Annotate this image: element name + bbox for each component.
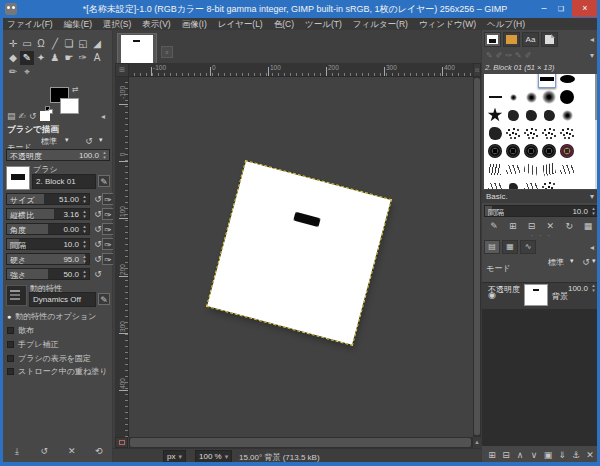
quick-mask-button[interactable] <box>115 437 128 448</box>
channels-tab[interactable]: ▦ <box>502 240 518 254</box>
dynamics-preview[interactable] <box>6 285 27 306</box>
dock-menu-arrow-icon[interactable]: ◂ <box>590 35 594 44</box>
images-tab[interactable] <box>40 111 50 121</box>
edit-brush-button[interactable]: ✎ <box>488 220 500 232</box>
anchor-layer-button[interactable]: ⚓ <box>570 449 582 461</box>
menu-tools[interactable]: ツール(T) <box>305 19 342 30</box>
opacity-slider[interactable]: 不透明度 100.0 ▴▾ <box>6 149 110 161</box>
brush-spacing-slider[interactable]: 間隔 10.0 ▴▾ <box>484 205 599 217</box>
brush-swatch[interactable] <box>486 178 504 189</box>
spin-arrows-icon[interactable]: ▴▾ <box>81 254 88 264</box>
brush-swatch[interactable] <box>504 178 522 189</box>
reset-force-icon[interactable]: ↺ <box>92 268 104 280</box>
tab-menu-button[interactable]: ▫ <box>161 46 173 58</box>
delete-brush-button[interactable]: ✕ <box>544 220 556 232</box>
zoom-tool[interactable]: ⌖ <box>20 65 34 79</box>
spin-arrows-icon[interactable]: ▴▾ <box>81 209 88 219</box>
brush-swatch[interactable] <box>504 88 522 106</box>
spin-arrows-icon[interactable]: ▴▾ <box>101 150 108 160</box>
incremental-checkbox[interactable]: ストローク中の重ね塗り <box>7 366 107 377</box>
close-button[interactable]: × <box>572 0 598 17</box>
brush-swatch[interactable] <box>504 160 522 178</box>
layers-tab[interactable]: ▤ <box>484 240 500 254</box>
brush-grid-scrollbar[interactable] <box>595 74 600 189</box>
restore-preset-button[interactable]: ↺ <box>38 445 50 457</box>
brush-swatch[interactable] <box>540 178 558 189</box>
mode-value[interactable]: 標準 <box>41 136 57 147</box>
spin-arrows-icon[interactable]: ▴▾ <box>81 269 88 279</box>
dock-splitter-handle[interactable]: · · · <box>482 232 600 239</box>
aspect-ratio-slider[interactable]: 縦横比 3.16 ▴▾ <box>6 208 90 220</box>
duplicate-brush-button[interactable]: ⊟ <box>526 220 538 232</box>
canvas-viewport[interactable] <box>129 77 473 437</box>
brush-swatch[interactable] <box>504 142 522 160</box>
merge-down-button[interactable]: ⇓ <box>556 449 568 461</box>
jitter-checkbox[interactable]: 散布 <box>7 325 34 336</box>
layer-name[interactable]: 背景 <box>552 291 568 302</box>
brush-swatch[interactable] <box>558 88 576 106</box>
menu-file[interactable]: ファイル(F) <box>7 19 53 30</box>
horizontal-scrollbar-thumb[interactable] <box>130 438 471 447</box>
dock-menu-arrow-icon[interactable]: ◂ <box>590 243 594 252</box>
spin-arrows-icon[interactable]: ▴▾ <box>81 224 88 234</box>
pencil-tool[interactable]: ✏ <box>6 65 20 79</box>
brush-swatch[interactable] <box>558 106 576 124</box>
edit-dynamics-icon[interactable]: ✎ <box>98 293 110 305</box>
brush-swatch[interactable] <box>558 142 576 160</box>
open-brush-as-image-button[interactable]: ▦ <box>582 220 594 232</box>
shear-tool[interactable]: ◢ <box>90 37 104 51</box>
brush-swatch[interactable] <box>540 160 558 178</box>
brush-swatch[interactable] <box>540 106 558 124</box>
brush-swatch[interactable] <box>486 106 504 124</box>
spin-arrows-icon[interactable]: ▴▾ <box>81 194 88 204</box>
edit-brush-icon[interactable]: ✎ <box>98 175 110 187</box>
bucket-fill-tool[interactable]: ◆ <box>6 51 20 65</box>
mode-switch-icon[interactable]: ↺ <box>580 256 592 268</box>
title-bar[interactable]: *[名称未設定]-1.0 (RGBカラー 8-bit gamma integer… <box>0 0 600 18</box>
brush-swatch[interactable] <box>522 178 540 189</box>
ink-tool[interactable]: ✑ <box>76 51 90 65</box>
brush-swatch[interactable] <box>558 160 576 178</box>
background-color-swatch[interactable] <box>60 98 79 114</box>
vertical-scrollbar-thumb[interactable] <box>474 78 480 435</box>
spin-arrows-icon[interactable]: ▴▾ <box>590 206 597 216</box>
move-tool[interactable]: ✛ <box>6 37 20 51</box>
spin-arrows-icon[interactable]: ▴▾ <box>81 239 88 249</box>
brush-swatch[interactable] <box>522 160 540 178</box>
brush-grid[interactable] <box>484 74 595 189</box>
spin-arrows-icon[interactable]: ▴▾ <box>590 283 597 293</box>
measure-tool[interactable]: ╱ <box>48 37 62 51</box>
unified-transform-tool[interactable]: ◱ <box>76 37 90 51</box>
brush-swatch[interactable] <box>558 124 576 142</box>
brush-swatch[interactable] <box>522 142 540 160</box>
document-history-tab[interactable] <box>541 32 558 47</box>
mode-chevron-icon[interactable]: ▾ <box>65 136 69 144</box>
dock-menu-arrow-icon[interactable]: ◂ <box>101 112 105 121</box>
brush-swatch[interactable] <box>522 106 540 124</box>
hardness-slider[interactable]: 硬さ 95.0 ▴▾ <box>6 253 90 265</box>
free-select-tool[interactable]: Ω <box>34 37 48 51</box>
menu-edit[interactable]: 編集(E) <box>64 19 92 30</box>
tool-options-tab[interactable]: ▤ <box>7 111 16 121</box>
menu-image[interactable]: 画像(I) <box>182 19 207 30</box>
brush-tag-filter[interactable]: ✎✐✑✎✐ <box>486 51 535 60</box>
brush-swatch[interactable] <box>486 142 504 160</box>
navigation-button[interactable]: ▲ <box>473 437 481 448</box>
vertical-scrollbar[interactable] <box>473 77 481 437</box>
menu-colors[interactable]: 色(C) <box>274 19 294 30</box>
zoom-dropdown[interactable]: 100 %▾ <box>195 450 232 463</box>
brush-swatch[interactable] <box>504 106 522 124</box>
brush-preview[interactable] <box>6 166 30 190</box>
layer-thumbnail[interactable] <box>524 284 548 306</box>
brush-name-field[interactable]: 2. Block 01 <box>32 174 96 189</box>
menu-windows[interactable]: ウィンドウ(W) <box>419 19 476 30</box>
ruler-origin-button[interactable]: ⊞ <box>115 63 129 77</box>
brush-filter-row[interactable]: Basic. ▾ <box>482 190 600 203</box>
lower-layer-button[interactable]: ∨ <box>528 449 540 461</box>
paintbrush-tool[interactable]: ✎ <box>20 51 34 65</box>
tag-chevron-icon[interactable]: ▾ <box>590 51 594 60</box>
brush-swatch[interactable] <box>540 124 558 142</box>
mode-switch-icon[interactable]: ↺ <box>83 135 95 147</box>
horizontal-scrollbar[interactable] <box>129 437 473 448</box>
text-tool[interactable]: A <box>90 51 104 65</box>
